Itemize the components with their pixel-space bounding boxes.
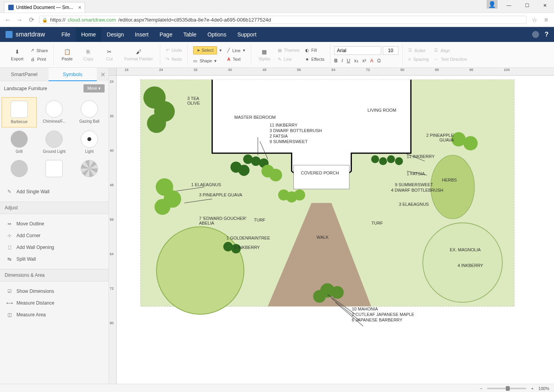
menu-design[interactable]: Design [101, 27, 130, 42]
chevron-down-icon[interactable]: ▾ [243, 48, 245, 53]
symbol-extra-2[interactable] [37, 157, 72, 180]
show-dimensions-button[interactable]: ☑Show Dimensions [5, 285, 104, 297]
move-outline-button[interactable]: ⇔Move Outline [5, 218, 104, 230]
themes-button[interactable]: ▦Themes [276, 47, 301, 54]
brand[interactable]: smartdraw [5, 31, 45, 38]
maximize-button[interactable]: ☐ [518, 0, 536, 11]
export-button[interactable]: ⬇Export [8, 47, 27, 63]
split-wall-button[interactable]: ↹Split Wall [5, 253, 104, 265]
menu-page[interactable]: Page [154, 27, 178, 42]
svg-point-31 [313, 290, 326, 303]
measure-area-button[interactable]: ◫Measure Area [5, 309, 104, 321]
minimize-button[interactable]: — [500, 0, 518, 11]
bookmark-icon[interactable]: ☆ [530, 16, 538, 24]
underline-button[interactable]: U [347, 58, 350, 64]
menu-table[interactable]: Table [178, 27, 202, 42]
line-tool[interactable]: ╱Line▾ [226, 47, 247, 54]
cut-button[interactable]: ✂Cut [100, 47, 119, 63]
menu-icon[interactable]: ≡ [542, 16, 550, 24]
symbol-light[interactable]: Light [72, 127, 107, 157]
format-painter-button[interactable]: 🖌Format Painter [121, 47, 156, 63]
subscript-button[interactable]: x₂ [354, 58, 358, 64]
text-direction-button[interactable]: ↔Text Direction [433, 56, 469, 62]
add-corner-button[interactable]: ⊹Add Corner [5, 230, 104, 241]
add-single-wall-button[interactable]: ✎Add Single Wall [5, 186, 104, 198]
symbol-barbecue[interactable]: Barbecue [2, 97, 37, 127]
text-direction-icon: ↔ [434, 57, 438, 62]
superscript-button[interactable]: x² [362, 58, 366, 64]
font-color-button[interactable]: A [370, 58, 373, 64]
forward-button[interactable]: → [16, 16, 24, 24]
tab-symbols[interactable]: Symbols [49, 68, 97, 81]
dimensions-section-title: Dimensions & Area [0, 269, 109, 281]
move-icon: ⇔ [6, 221, 13, 227]
main-menu: File Home Design Insert Page Table Optio… [56, 27, 262, 42]
category-label: Landscape Furniture [4, 86, 47, 91]
fill-icon: ◐ [305, 48, 309, 53]
user-icon[interactable]: 👤 [487, 0, 498, 9]
ruler-horizontal: 16 24 32 40 48 56 64 72 80 88 96 104 [117, 68, 554, 76]
symbol-extra-1[interactable] [2, 157, 37, 180]
url-bar[interactable]: 🔒 https://cloud.smartdraw.com/editor.asp… [39, 16, 527, 24]
menu-file[interactable]: File [56, 27, 76, 42]
font-name-input[interactable] [334, 46, 381, 55]
tab-smartpanel[interactable]: SmartPanel [0, 68, 49, 81]
shape-tool[interactable]: ▭Shape▾ [192, 58, 223, 64]
line-style-button[interactable]: ✎Line [276, 56, 301, 63]
chevron-down-icon[interactable]: ▾ [214, 58, 217, 64]
symbol-button[interactable]: Ω [377, 58, 381, 64]
print-button[interactable]: 🖨Print [29, 56, 49, 62]
italic-button[interactable]: I [342, 58, 343, 64]
zoom-in-button[interactable]: + [531, 386, 533, 391]
zoom-out-button[interactable]: − [480, 386, 482, 391]
menu-home[interactable]: Home [76, 27, 101, 42]
help-icon[interactable]: ? [545, 31, 549, 38]
undo-button[interactable]: ↶Undo [164, 47, 183, 54]
font-size-input[interactable] [383, 46, 398, 55]
lock-icon: 🔒 [42, 17, 48, 23]
paste-button[interactable]: 📋Paste [58, 47, 76, 63]
panel-close-icon[interactable]: ✕ [97, 68, 109, 81]
measure-distance-button[interactable]: ⟷Measure Distance [5, 297, 104, 309]
symbol-chiminea[interactable]: Chiminea/F... [37, 97, 72, 127]
symbol-gazing-ball[interactable]: Gazing Ball [72, 97, 107, 127]
styles-button[interactable]: ▦Styles [255, 47, 274, 63]
effects-button[interactable]: ★Effects [304, 56, 326, 63]
symbol-grill[interactable]: Grill [2, 127, 37, 157]
landscape-plan[interactable] [117, 76, 554, 378]
select-tool[interactable]: ➤ Select▾ [192, 45, 223, 55]
copy-button[interactable]: ⎘Copy [79, 47, 98, 63]
notifications-icon[interactable] [532, 31, 539, 38]
chevron-down-icon[interactable]: ▾ [219, 48, 222, 53]
zoom-thumb[interactable] [506, 386, 510, 391]
text-tool[interactable]: AText [226, 56, 247, 62]
menu-insert[interactable]: Insert [129, 27, 154, 42]
symbol-ground-light[interactable]: Ground Light [37, 127, 72, 157]
more-button[interactable]: More ▾ [83, 84, 105, 93]
add-wall-opening-button[interactable]: ⎕Add Wall Opening [5, 241, 104, 253]
left-panel: SmartPanel Symbols ✕ Landscape Furniture… [0, 68, 109, 384]
bold-button[interactable]: B [334, 58, 338, 64]
canvas[interactable]: MASTER BEDROOM LIVING ROOM COVERED PORCH… [117, 76, 554, 384]
canvas-area[interactable]: 16 24 32 40 48 56 64 72 80 88 96 104 24 … [109, 68, 554, 384]
share-button[interactable]: ↗Share [29, 47, 49, 54]
font-tools: B I U x₂ x² A Ω [334, 58, 398, 64]
print-icon: 🖨 [31, 57, 35, 62]
label-master-bedroom: MASTER BEDROOM [234, 115, 276, 120]
spacing-button[interactable]: ≡Spacing [407, 56, 430, 62]
redo-button[interactable]: ↷Redo [164, 56, 183, 63]
menu-support[interactable]: Support [232, 27, 262, 42]
close-window-button[interactable]: ✕ [536, 0, 554, 11]
menu-options[interactable]: Options [202, 27, 232, 42]
bullet-button[interactable]: ☰Bullet [407, 47, 430, 54]
symbol-extra-3[interactable] [72, 157, 107, 180]
browser-tab[interactable]: Untitled Document — Sm... ✕ [4, 2, 85, 13]
reload-button[interactable]: ⟳ [27, 16, 35, 24]
workspace: SmartPanel Symbols ✕ Landscape Furniture… [0, 68, 554, 384]
fill-button[interactable]: ◐Fill [304, 47, 326, 54]
label-inkberry-11: 11 INKBERRY [270, 123, 297, 127]
back-button[interactable]: ← [4, 16, 12, 24]
zoom-slider[interactable] [487, 388, 526, 389]
tab-close-icon[interactable]: ✕ [78, 5, 81, 10]
align-button[interactable]: ☰Align [433, 47, 469, 54]
